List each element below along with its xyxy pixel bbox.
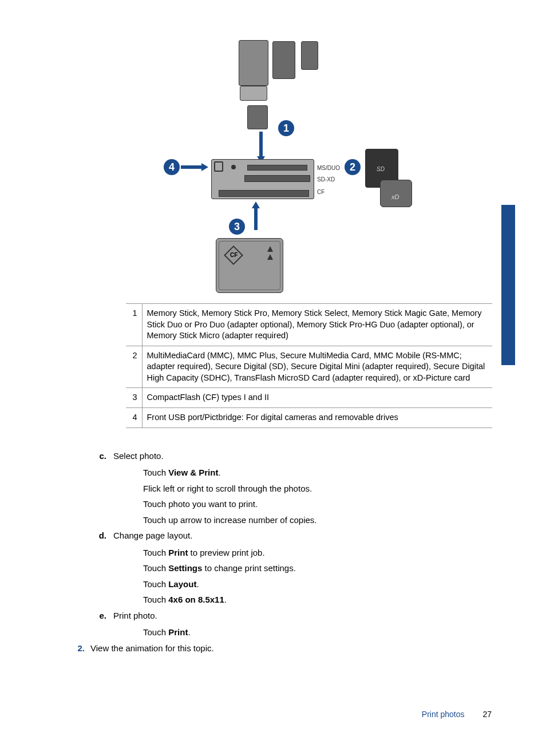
legend-num: 4	[126, 407, 142, 428]
step-letter: e.	[92, 608, 113, 623]
legend-text: CompactFlash (CF) types I and II	[142, 388, 492, 408]
card-icon	[301, 41, 318, 70]
led-icon	[231, 165, 236, 169]
usb-port-icon	[214, 161, 223, 172]
table-row: 3 CompactFlash (CF) types I and II	[126, 388, 492, 408]
legend-text: Front USB port/Pictbridge: For digital c…	[142, 407, 492, 428]
chapter-tab-label: Print	[515, 343, 523, 361]
sd-label: SD	[377, 166, 385, 172]
callout-1: 1	[278, 120, 294, 136]
xd-label: xD	[391, 193, 399, 200]
triangle-icon	[267, 254, 273, 260]
step-sub: Touch 4x6 on 8.5x11.	[143, 592, 494, 607]
step-sub: Touch up arrow to increase number of cop…	[143, 513, 494, 528]
step-c: c. Select photo.	[92, 449, 494, 464]
cf-label: CF	[230, 252, 238, 258]
table-row: 4 Front USB port/Pictbridge: For digital…	[126, 407, 492, 428]
card-icon	[247, 105, 268, 129]
step-d: d. Change page layout.	[92, 528, 494, 543]
step-sub: Touch View & Print.	[143, 465, 494, 480]
table-row: 2 MultiMediaCard (MMC), MMC Plus, Secure…	[126, 346, 492, 388]
arrow-icon	[252, 201, 260, 208]
step-sub: Touch Settings to change print settings.	[143, 561, 494, 576]
legend-num: 3	[126, 388, 142, 408]
legend-num: 1	[126, 304, 142, 346]
arrow-icon	[181, 165, 203, 169]
legend-table: 1 Memory Stick, Memory Stick Pro, Memory…	[126, 303, 492, 428]
step-sub: Touch Print.	[143, 625, 494, 640]
step-sub: Flick left or right to scroll through th…	[143, 481, 494, 496]
slot-icon	[219, 190, 309, 197]
card-icon	[239, 40, 268, 86]
arrow-icon	[254, 207, 258, 230]
arrow-icon	[259, 132, 263, 157]
callout-3: 3	[229, 219, 245, 235]
chapter-tab	[501, 205, 515, 365]
page-content: 1 MS/DUO SD-XD CF 4 2 SD xD 3 CF	[0, 0, 546, 655]
step-title: Print photo.	[113, 608, 494, 623]
slot-icon	[247, 165, 307, 171]
step-sub: Touch Layout.	[143, 577, 494, 592]
triangle-icon	[267, 246, 273, 252]
step-sub: Touch Print to preview print job.	[143, 545, 494, 560]
step-title: View the animation for this topic.	[90, 641, 494, 656]
step-letter: d.	[92, 528, 113, 543]
card-slot-diagram: 1 MS/DUO SD-XD CF 4 2 SD xD 3 CF	[156, 34, 430, 298]
legend-num: 2	[126, 346, 142, 388]
step-title: Change page layout.	[113, 528, 494, 543]
step-title: Select photo.	[113, 449, 494, 464]
slot-label: CF	[317, 189, 325, 195]
step-sub: Touch photo you want to print.	[143, 497, 494, 512]
slot-icon	[244, 175, 310, 182]
step-number: 2.	[73, 641, 90, 656]
step-e: e. Print photo.	[92, 608, 494, 623]
arrow-icon	[201, 163, 208, 171]
step-2: 2. View the animation for this topic.	[73, 641, 494, 656]
callout-2: 2	[345, 159, 361, 175]
footer-page-number: 27	[482, 710, 492, 719]
callout-4: 4	[164, 159, 180, 175]
card-icon	[272, 41, 295, 79]
legend-text: MultiMediaCard (MMC), MMC Plus, Secure M…	[142, 346, 492, 388]
card-icon	[240, 86, 267, 101]
step-list: c. Select photo. Touch View & Print. Fli…	[92, 449, 494, 656]
footer-section: Print photos	[422, 710, 465, 719]
slot-label: SD-XD	[317, 176, 335, 183]
legend-text: Memory Stick, Memory Stick Pro, Memory S…	[142, 304, 492, 346]
table-row: 1 Memory Stick, Memory Stick Pro, Memory…	[126, 304, 492, 346]
page-footer: Print photos 27	[422, 710, 492, 719]
step-letter: c.	[92, 449, 113, 464]
slot-label: MS/DUO	[317, 165, 340, 171]
